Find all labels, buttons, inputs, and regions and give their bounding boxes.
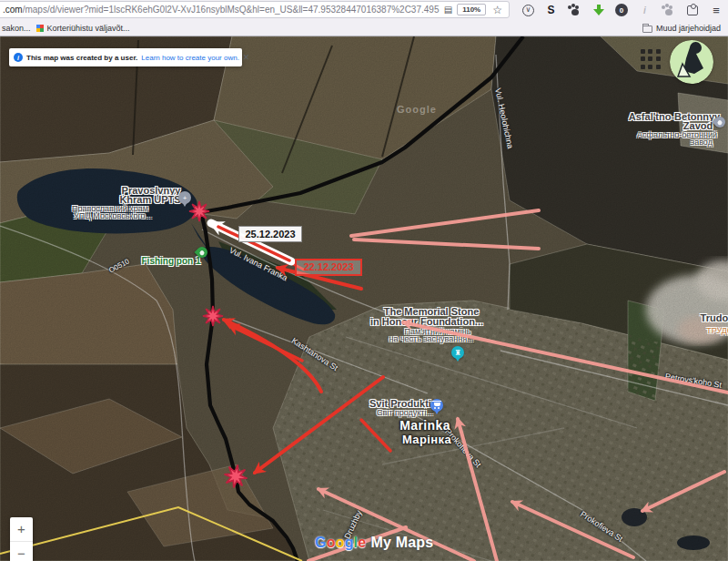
banner-learn-link[interactable]: Learn how to create your own. bbox=[141, 54, 239, 62]
banner-text: This map was created by a user. bbox=[26, 54, 137, 62]
grey-paw-extension-icon[interactable] bbox=[662, 4, 675, 17]
poi-church-name-uk: УПЦ Московського... bbox=[74, 211, 152, 220]
street-label-heolohichna: Vul. Heolohichna bbox=[493, 87, 515, 149]
folder-icon bbox=[642, 26, 652, 33]
other-bookmarks-label: Muud järjehoidjad bbox=[656, 24, 721, 33]
bookmark-item-korteriuhistu[interactable]: Korteriühistu väljavõt... bbox=[36, 24, 130, 33]
map-canvas[interactable]: Google Pravoslvnyy Khram UPTS Православн… bbox=[0, 36, 728, 561]
map-zoom-control: + − bbox=[10, 517, 33, 561]
tile-watermark: Google bbox=[397, 104, 437, 115]
extension-glyph bbox=[687, 5, 698, 15]
poi-svit-produktiv-uk: Світ продукті... bbox=[377, 408, 433, 417]
poi-asfalt-zavod-uk: завод bbox=[691, 138, 713, 147]
paw-glyph bbox=[665, 9, 672, 15]
zoom-in-button[interactable]: + bbox=[10, 517, 33, 542]
church-pin-glyph: + bbox=[183, 194, 187, 202]
url-domain: .com bbox=[3, 5, 23, 15]
poi-memorial-name-uk: на честь заснування... bbox=[389, 334, 473, 343]
adblock-counter-icon[interactable]: 0 bbox=[615, 4, 628, 16]
road-number-label: O0510 bbox=[107, 257, 130, 274]
zoom-out-button[interactable]: − bbox=[10, 542, 33, 561]
pin-dot bbox=[716, 118, 723, 125]
pin-dot bbox=[198, 249, 205, 255]
poi-asfalt-zavod[interactable]: Zavod bbox=[683, 120, 713, 131]
other-bookmarks-button[interactable]: Muud järjehoidjad bbox=[642, 24, 721, 33]
poi-church-name-uk: Православний храм bbox=[72, 204, 148, 213]
toolbar-extensions: ∨ S 0 i ≡ bbox=[522, 0, 723, 20]
info-extension-icon[interactable]: i bbox=[638, 4, 652, 17]
google-wordmark: Google bbox=[315, 535, 366, 551]
poi-fishing-pond[interactable]: Fishing pon 1 bbox=[142, 256, 201, 266]
bookmark-item-sakon[interactable]: sakon... bbox=[2, 24, 31, 33]
avatar-image bbox=[670, 40, 713, 84]
poi-asfalt-zavod[interactable]: Asfal'tno-Betonnyy bbox=[629, 111, 720, 122]
bookmark-favicon bbox=[36, 25, 44, 32]
url-path: /maps/d/viewer?mid=1lscRK6ehG0l2V-XvJ16n… bbox=[23, 5, 440, 15]
dark-paw-extension-icon[interactable] bbox=[568, 4, 581, 17]
green-download-arrow bbox=[593, 5, 604, 16]
street-label-petrovskoho: Petrovs'koho St bbox=[664, 372, 723, 390]
url-bar[interactable]: .com/maps/d/viewer?mid=1lscRK6ehG0l2V-Xv… bbox=[0, 1, 510, 18]
video-downloader-icon[interactable] bbox=[592, 4, 605, 17]
town-label-marinka: Marinka bbox=[399, 418, 450, 433]
fishing-pin[interactable] bbox=[195, 245, 210, 260]
cart-glyph bbox=[434, 403, 440, 406]
pocket-icon[interactable]: ∨ bbox=[522, 5, 534, 16]
street-label-prokofieva-2: Prokofieva St bbox=[579, 509, 624, 544]
google-apps-grid-icon[interactable] bbox=[639, 47, 662, 71]
date-annotation-25-12[interactable]: 25.12.2023 bbox=[238, 226, 302, 242]
page-zoom-badge[interactable]: 110% bbox=[457, 4, 486, 15]
bookmark-label: sakon... bbox=[2, 24, 31, 33]
memorial-pin[interactable]: ♜ bbox=[451, 346, 464, 359]
poi-trudovski-uk: ТРУДО bbox=[706, 326, 728, 335]
map-labels-layer: Google Pravoslvnyy Khram UPTS Православн… bbox=[0, 36, 728, 561]
street-label-prokofieva: Prokofieva St bbox=[443, 427, 482, 469]
memorial-pin-glyph: ♜ bbox=[454, 349, 460, 357]
town-label-marinka-uk: Марінка bbox=[402, 433, 451, 446]
poi-memorial-name[interactable]: in Honour Foundation... bbox=[370, 316, 483, 327]
banner-close-icon[interactable]: × bbox=[243, 52, 249, 63]
user-map-banner: i This map was created by a user. Learn … bbox=[9, 48, 242, 66]
s-extension-icon[interactable]: S bbox=[544, 4, 558, 17]
url-text[interactable]: .com/maps/d/viewer?mid=1lscRK6ehG0l2V-Xv… bbox=[3, 5, 440, 15]
poi-church-name[interactable]: Khram UPTS bbox=[119, 194, 180, 205]
navigation-bar: .com/maps/d/viewer?mid=1lscRK6ehG0l2V-Xv… bbox=[0, 0, 728, 20]
google-my-maps-logo[interactable]: Google My Maps bbox=[315, 535, 433, 551]
bookmark-label: Korteriühistu väljavõt... bbox=[47, 24, 130, 33]
generic-extension-icon[interactable] bbox=[685, 4, 699, 17]
poi-church-name[interactable]: Pravoslvnyy bbox=[122, 185, 181, 196]
account-avatar[interactable] bbox=[670, 40, 713, 84]
reader-mode-icon[interactable]: ▤ bbox=[444, 5, 452, 15]
info-icon: i bbox=[14, 53, 23, 62]
church-pin[interactable]: + bbox=[178, 191, 191, 204]
date-annotation-22-12[interactable]: 22.12.2023 bbox=[295, 259, 362, 276]
poi-svit-produktiv[interactable]: Svit Produktiv bbox=[369, 398, 437, 409]
my-maps-wordmark: My Maps bbox=[370, 535, 433, 551]
paw-glyph bbox=[571, 9, 579, 15]
poi-trudovski: Trudovs bbox=[701, 312, 728, 323]
poi-asfalt-zavod-uk: Асфальтно-бетонний bbox=[637, 130, 717, 139]
svit-produktiv-pin[interactable] bbox=[430, 399, 443, 412]
poi-memorial-name-uk: Пам'ятний камінь bbox=[405, 327, 471, 336]
asfalt-zavod-pin[interactable] bbox=[713, 115, 728, 130]
hamburger-menu-icon[interactable]: ≡ bbox=[709, 4, 723, 17]
bookmark-star-icon[interactable]: ☆ bbox=[492, 4, 502, 16]
street-label-ivana-franka: Vul. Ivana Franka bbox=[228, 246, 288, 283]
poi-memorial-name[interactable]: The Memorial Stone bbox=[384, 306, 480, 317]
bookmarks-bar: sakon... Korteriühistu väljavõt... Muud … bbox=[0, 20, 728, 36]
browser-chrome: .com/maps/d/viewer?mid=1lscRK6ehG0l2V-Xv… bbox=[0, 0, 728, 36]
street-label-kashtanova: Kashtanova St bbox=[290, 336, 340, 372]
